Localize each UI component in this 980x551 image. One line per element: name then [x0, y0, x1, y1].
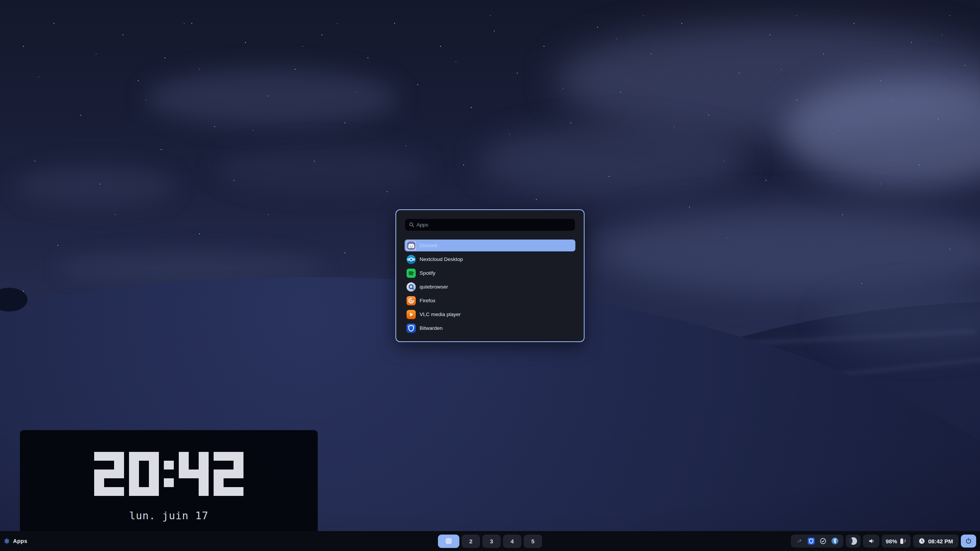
clock-digit: [94, 452, 124, 496]
vlc-icon: [407, 310, 416, 319]
launcher-search-box[interactable]: [405, 219, 575, 231]
firefox-icon: [407, 296, 416, 305]
workspace-button-5[interactable]: 5: [524, 535, 542, 548]
clock-icon: [918, 538, 925, 544]
app-launcher: Discord Nextcloud Desktop Spotify qutebr…: [395, 209, 585, 342]
transfer-arrows-icon[interactable]: [796, 538, 803, 544]
system-tray-area: 98% 08:42 PM: [791, 531, 976, 551]
workspace-button-2[interactable]: 2: [462, 535, 480, 548]
apps-menu-button[interactable]: ❄ Apps: [4, 531, 27, 551]
app-list-item-firefox[interactable]: Firefox: [405, 295, 575, 306]
night-light-toggle[interactable]: [846, 535, 861, 548]
volume-button[interactable]: [863, 535, 879, 548]
taskbar-time: 08:42 PM: [928, 538, 953, 544]
bluetooth-icon[interactable]: [831, 538, 838, 544]
workspace-button-3[interactable]: 3: [482, 535, 501, 548]
clock-colon: [164, 452, 174, 496]
qutebrowser-icon: [407, 282, 416, 292]
app-list-item-discord[interactable]: Discord: [405, 240, 575, 251]
nix-snowflake-icon: ❄: [4, 538, 10, 545]
battery-percent: 98%: [885, 538, 897, 544]
apps-menu-label: Apps: [13, 538, 27, 544]
app-list-item-qutebrowser[interactable]: qutebrowser: [405, 281, 575, 293]
search-input[interactable]: [416, 222, 571, 228]
battery-charging-icon: [899, 538, 907, 545]
nextcloud-icon: [407, 255, 416, 264]
bitwarden-tray-icon[interactable]: [808, 538, 815, 544]
power-button[interactable]: [961, 535, 976, 548]
spotify-icon: [407, 269, 416, 278]
tray-icons-group: [791, 535, 843, 548]
digital-clock-time: [94, 452, 243, 496]
clock-digit: [214, 452, 243, 496]
taskbar-clock[interactable]: 08:42 PM: [913, 535, 959, 548]
clock-digit: [129, 452, 159, 496]
speaker-icon: [868, 538, 875, 544]
clock-digit: [179, 452, 209, 496]
power-icon: [965, 537, 972, 545]
workspace-button-1[interactable]: [438, 535, 459, 548]
app-list: Discord Nextcloud Desktop Spotify qutebr…: [405, 240, 575, 334]
active-workspace-dot: [446, 538, 452, 544]
moon-icon: [849, 537, 857, 545]
discord-icon: [407, 241, 416, 250]
workspace-button-4[interactable]: 4: [503, 535, 521, 548]
check-circle-icon[interactable]: [820, 538, 826, 544]
app-list-item-bitwarden[interactable]: Bitwarden: [405, 322, 575, 334]
clock-date: lun. juin 17: [129, 510, 208, 522]
battery-indicator[interactable]: 98%: [882, 535, 911, 548]
app-list-item-vlc-media-player[interactable]: VLC media player: [405, 308, 575, 320]
magnifier-icon: [409, 222, 415, 228]
taskbar: ❄ Apps 2345 98% 08:42 PM: [0, 531, 980, 551]
app-list-item-spotify[interactable]: Spotify: [405, 267, 575, 279]
bitwarden-icon: [407, 324, 416, 333]
workspace-switcher: 2345: [438, 531, 542, 551]
app-list-item-nextcloud-desktop[interactable]: Nextcloud Desktop: [405, 253, 575, 265]
